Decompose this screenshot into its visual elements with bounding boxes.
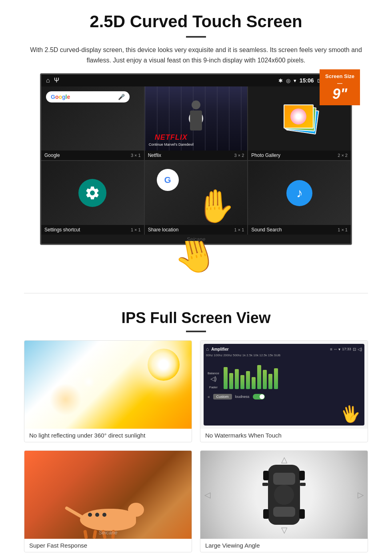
cheetah-leg-1 <box>83 530 88 539</box>
cheetah-spot-2 <box>95 513 99 517</box>
amplifier-card: ⌂ Amplifier ≡ ◦◦ ▾ 17:33 ⊡ ◁) 60h <box>200 340 368 442</box>
car-card: ◁ ▷ △ ▽ Large Viewing Angle <box>200 450 368 552</box>
amp-sidebar: Balance ◁) Fader <box>208 371 219 389</box>
amp-balance-label: Balance <box>208 371 219 375</box>
section1-curved-screen: 2.5D Curved Touch Screen With 2.5D curve… <box>0 0 392 281</box>
amplifier-image: ⌂ Amplifier ≡ ◦◦ ▾ 17:33 ⊡ ◁) 60h <box>200 341 368 429</box>
warm-glow <box>50 383 82 415</box>
right-arrow-icon: ▷ <box>358 490 364 500</box>
badge-size: 9" <box>332 86 347 102</box>
status-time: 15:06 <box>300 77 314 84</box>
amp-freq-labels: 60hz100hz200hz500hz1k2.5k10k12.5k15kSUB <box>206 353 362 357</box>
section1-title: 2.5D Curved Touch Screen <box>24 12 368 31</box>
amp-loudness-label: loudness <box>235 395 250 399</box>
settings-tile-inner <box>41 161 144 225</box>
amp-icon1: ≡ <box>330 347 332 351</box>
netflix-label: Netflix <box>148 153 161 158</box>
bluetooth-icon: ✱ <box>278 78 283 84</box>
amp-mockup: ⌂ Amplifier ≡ ◦◦ ▾ 17:33 ⊡ ◁) 60h <box>204 344 364 426</box>
cheetah-caption: Super Fast Response <box>24 539 192 552</box>
android-screen: ⌂ Ψ ✱ ◎ ▾ 15:06 ⊡ ◁) ⊠ ▭ <box>40 73 352 245</box>
amp-header: ⌂ Amplifier ≡ ◦◦ ▾ 17:33 ⊡ ◁) <box>206 346 362 352</box>
eq-bar-4 <box>240 375 244 389</box>
eq-bar-5 <box>246 371 250 389</box>
settings-bg <box>41 161 144 225</box>
cheetah-image: Seicane <box>24 451 192 539</box>
person-body <box>190 110 202 130</box>
sound-label-row: Sound Search 1 × 1 <box>248 225 351 235</box>
cheetah-leg-2 <box>92 530 97 539</box>
lens-flare <box>83 376 95 388</box>
cheetah-head <box>128 503 144 517</box>
netflix-size: 3 × 2 <box>234 153 244 158</box>
share-location-tile[interactable]: G 🤚 Share location 1 × 1 <box>145 161 248 235</box>
up-arrow-icon: △ <box>281 455 287 464</box>
badge-label: Screen Size <box>325 73 354 79</box>
sound-bg: ♪ <box>248 161 351 225</box>
google-mic-icon: 🎤 <box>118 94 125 100</box>
seicane-text: Seicane <box>99 530 118 536</box>
sunlight-image <box>24 341 192 429</box>
amp-icon5: ◁) <box>358 347 362 351</box>
location-icon: ◎ <box>286 78 290 84</box>
eq-bar-2 <box>229 373 233 389</box>
car-roof <box>274 485 294 505</box>
car-wheel-fl <box>263 471 269 480</box>
photo-label-row: Photo Gallery 2 × 2 <box>248 151 351 160</box>
screen-size-badge: Screen Size — 9" <box>320 69 360 105</box>
car-mirror-right <box>300 483 306 486</box>
amp-title: Amplifier <box>211 347 228 351</box>
eq-bar-8 <box>263 370 267 389</box>
eq-bar-9 <box>268 374 272 389</box>
sound-search-tile[interactable]: ♪ Sound Search 1 × 1 <box>248 161 351 235</box>
google-label: Google <box>44 153 60 158</box>
google-search-bar[interactable]: Google 🎤 <box>46 91 130 102</box>
photo-size: 2 × 2 <box>338 153 348 158</box>
google-tile[interactable]: Google 🎤 Google 3 × 1 <box>41 86 144 160</box>
amp-fader-label: Fader <box>209 385 218 389</box>
google-label-row: Google 3 × 1 <box>41 151 144 160</box>
settings-size: 1 × 1 <box>131 227 141 232</box>
section2-ips-view: IPS Full Screen View No light reflecting… <box>0 305 392 558</box>
eq-bar-7 <box>257 365 261 389</box>
google-logo: Google <box>51 94 70 100</box>
cheetah-body <box>80 509 136 531</box>
netflix-tile-inner: NETFLIX Continue Marvel's Daredevil <box>145 86 248 151</box>
netflix-tile[interactable]: NETFLIX Continue Marvel's Daredevil Netf… <box>145 86 248 160</box>
amp-bottom-controls: « Custom loudness <box>206 392 362 401</box>
car-top-view <box>268 465 300 525</box>
eq-bar-3 <box>235 369 239 389</box>
section1-desc: With 2.5D curved-display screen, this de… <box>24 45 368 65</box>
amp-prev-btn: « <box>208 395 210 399</box>
home-icon: ⌂ <box>46 77 50 84</box>
usb-icon: Ψ <box>54 77 59 84</box>
image-grid: No light reflecting under 360° direct su… <box>24 340 368 552</box>
flower-icon <box>290 108 306 124</box>
netflix-subtitle: Continue Marvel's Daredevil <box>149 143 194 147</box>
share-label-row: Share location 1 × 1 <box>145 225 248 235</box>
car-wheel-fr <box>299 471 305 480</box>
sun-rays <box>148 349 180 381</box>
cheetah-shape <box>80 509 136 531</box>
down-arrow-icon: ▽ <box>281 525 287 535</box>
google-bg: Google 🎤 <box>41 86 144 151</box>
share-size: 1 × 1 <box>234 227 244 232</box>
status-bar-left: ⌂ Ψ <box>46 77 59 84</box>
sound-tile-inner: ♪ <box>248 161 351 225</box>
photo-label: Photo Gallery <box>251 153 280 158</box>
sound-size: 1 × 1 <box>338 227 348 232</box>
status-bar: ⌂ Ψ ✱ ◎ ▾ 15:06 ⊡ ◁) ⊠ ▭ <box>41 74 351 86</box>
amp-custom-btn: Custom <box>213 394 232 399</box>
app-grid: Google 🎤 Google 3 × 1 <box>41 86 351 235</box>
amp-bars: Balance ◁) Fader <box>206 359 362 391</box>
amp-toggle[interactable] <box>253 394 265 399</box>
amplifier-caption: No Watermarks When Touch <box>200 429 368 442</box>
amp-eq-bars <box>224 361 278 389</box>
amp-hand-icon: 🖐 <box>339 403 362 425</box>
amp-home-icon: ⌂ <box>206 346 209 352</box>
settings-label: Settings shortcut <box>44 227 80 233</box>
person-silhouette <box>186 100 206 136</box>
settings-tile[interactable]: Settings shortcut 1 × 1 <box>41 161 144 235</box>
maps-g-icon: G <box>157 169 179 191</box>
cheetah-spot-3 <box>102 513 106 517</box>
